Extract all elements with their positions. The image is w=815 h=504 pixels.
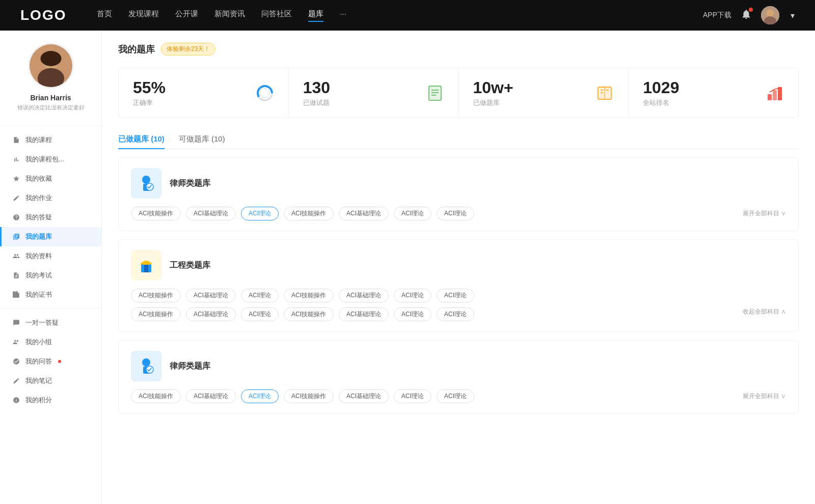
tag-item[interactable]: ACI理论 <box>394 389 431 403</box>
tag-item[interactable]: ACI理论 <box>437 207 474 220</box>
edit-icon <box>12 194 20 202</box>
tag-item[interactable]: ACI技能操作 <box>284 307 334 321</box>
tag-item[interactable]: ACI技能操作 <box>131 307 181 321</box>
stat-accuracy-info: 55% 正确率 <box>133 78 248 107</box>
sidebar-item-my-question[interactable]: 我的答疑 <box>0 208 101 227</box>
svg-rect-21 <box>768 94 772 100</box>
tag-item[interactable]: ACI技能操作 <box>131 289 181 302</box>
tag-item[interactable]: ACI基础理论 <box>186 307 236 321</box>
sidebar-item-my-note[interactable]: 我的笔记 <box>0 371 101 390</box>
tag-item[interactable]: ACI理论 <box>394 307 431 321</box>
sidebar-item-my-answer[interactable]: 我的问答 <box>0 352 101 371</box>
tag-item[interactable]: ACI理论 <box>437 289 474 302</box>
stat-done-banks-info: 10w+ 已做题库 <box>473 78 588 107</box>
navbar-nav: 首页 发现课程 公开课 新闻资讯 问答社区 题库 ··· <box>97 9 703 22</box>
sidebar-label-my-exam: 我的考试 <box>25 271 52 280</box>
sidebar-item-my-course[interactable]: 我的课程 <box>0 130 101 150</box>
navbar: LOGO 首页 发现课程 公开课 新闻资讯 问答社区 题库 ··· APP下载 … <box>0 0 815 31</box>
question-icon <box>12 213 20 221</box>
tag-item[interactable]: ACI理论 <box>241 289 279 302</box>
sidebar-divider-2 <box>0 309 101 309</box>
sidebar-item-my-exam[interactable]: 我的考试 <box>0 266 101 285</box>
lawyer2-icon <box>131 351 161 381</box>
nav-discover[interactable]: 发现课程 <box>128 9 159 22</box>
tag-item[interactable]: ACI基础理论 <box>339 289 389 302</box>
sidebar-item-my-package[interactable]: 我的课程包... <box>0 150 101 169</box>
tag-item-selected[interactable]: ACI理论 <box>241 389 279 403</box>
stat-done-questions: 130 已做试题 <box>289 68 459 118</box>
sidebar-item-my-points[interactable]: 我的积分 <box>0 390 101 410</box>
svg-point-5 <box>37 68 64 89</box>
main-layout: Brian Harris 错误的决定比没有决定要好 我的课程 我的课程包... … <box>0 31 815 504</box>
sidebar-item-my-cert[interactable]: 我的证书 <box>0 285 101 304</box>
qbank-section-lawyer: 律师类题库 ACI技能操作 ACI基础理论 ACI理论 ACI技能操作 ACI基… <box>118 157 799 231</box>
collapse-link-engineer[interactable]: 收起全部科目 ∧ <box>743 307 786 321</box>
tag-item[interactable]: ACI技能操作 <box>284 389 334 403</box>
tag-item[interactable]: ACI理论 <box>437 307 474 321</box>
qbank-title-lawyer2: 律师类题库 <box>170 361 210 372</box>
page-title: 我的题库 <box>118 43 155 55</box>
sidebar-avatar <box>28 43 74 89</box>
tag-item[interactable]: ACI基础理论 <box>186 289 236 302</box>
sidebar-label-my-cert: 我的证书 <box>25 290 52 299</box>
qbank-header-lawyer2: 律师类题库 <box>131 351 786 381</box>
stat-done-banks-value: 10w+ <box>473 78 588 97</box>
svg-rect-28 <box>144 264 148 272</box>
expand-link-lawyer2[interactable]: 展开全部科目 ∨ <box>743 392 786 401</box>
nav-more[interactable]: ··· <box>340 9 346 22</box>
sidebar-item-my-group[interactable]: 我的小组 <box>0 332 101 352</box>
nav-qa[interactable]: 问答社区 <box>261 9 292 22</box>
qbank-section-engineer: 工程类题库 ACI技能操作 ACI基础理论 ACI理论 ACI技能操作 ACI基… <box>118 239 799 332</box>
avatar-image <box>30 44 72 87</box>
nav-open-course[interactable]: 公开课 <box>175 9 198 22</box>
tag-item[interactable]: ACI理论 <box>437 389 474 403</box>
lawyer-icon <box>131 168 161 199</box>
main-content: 我的题库 体验剩余23天！ 55% 正确率 <box>102 31 815 504</box>
user-motto: 错误的决定比没有决定要好 <box>8 104 93 111</box>
tag-item[interactable]: ACI技能操作 <box>131 207 181 220</box>
tag-item[interactable]: ACI技能操作 <box>131 389 181 403</box>
stat-accuracy-label: 正确率 <box>133 98 248 107</box>
stat-accuracy-value: 55% <box>133 78 248 97</box>
app-download[interactable]: APP下载 <box>703 11 731 20</box>
user-avatar[interactable] <box>761 6 779 24</box>
trial-badge[interactable]: 体验剩余23天！ <box>161 43 215 55</box>
nav-news[interactable]: 新闻资讯 <box>214 9 245 22</box>
sidebar-label-my-question: 我的答疑 <box>25 213 52 222</box>
svg-point-30 <box>142 358 150 367</box>
sidebar-item-my-homework[interactable]: 我的作业 <box>0 188 101 208</box>
tag-item[interactable]: ACI理论 <box>241 307 279 321</box>
sidebar-label-my-homework: 我的作业 <box>25 193 52 203</box>
sidebar-label-my-info: 我的资料 <box>25 251 52 261</box>
nav-bank[interactable]: 题库 <box>308 9 323 22</box>
sidebar-item-my-bank[interactable]: 我的题库 <box>0 227 101 246</box>
tag-item[interactable]: ACI技能操作 <box>284 207 334 220</box>
stat-done-questions-info: 130 已做试题 <box>303 78 418 107</box>
user-dropdown-chevron[interactable]: ▾ <box>791 11 795 20</box>
tag-item[interactable]: ACI理论 <box>394 289 431 302</box>
tag-item-selected[interactable]: ACI理论 <box>241 207 279 220</box>
tag-item[interactable]: ACI基础理论 <box>339 207 389 220</box>
nav-home[interactable]: 首页 <box>97 9 112 22</box>
sidebar-item-my-collect[interactable]: 我的收藏 <box>0 169 101 188</box>
tag-item[interactable]: ACI理论 <box>394 207 431 220</box>
bell-dot <box>749 8 753 12</box>
tab-done-banks[interactable]: 已做题库 (10) <box>118 130 165 149</box>
sidebar-label-my-group: 我的小组 <box>25 338 52 347</box>
tag-item[interactable]: ACI基础理论 <box>186 389 236 403</box>
svg-point-24 <box>142 176 150 184</box>
expand-link-lawyer[interactable]: 展开全部科目 ∨ <box>743 209 786 218</box>
qbank-tags-engineer-row2: ACI技能操作 ACI基础理论 ACI理论 ACI技能操作 ACI基础理论 AC… <box>131 307 786 321</box>
sidebar-item-my-info[interactable]: 我的资料 <box>0 246 101 266</box>
logo[interactable]: LOGO <box>20 7 66 23</box>
chat-icon <box>12 319 20 327</box>
tag-item[interactable]: ACI基础理论 <box>339 389 389 403</box>
tag-item[interactable]: ACI技能操作 <box>284 289 334 302</box>
tag-item[interactable]: ACI基础理论 <box>339 307 389 321</box>
tag-item[interactable]: ACI基础理论 <box>186 207 236 220</box>
tab-available-banks[interactable]: 可做题库 (10) <box>179 130 225 149</box>
note-green-icon <box>426 84 444 102</box>
sidebar-item-one-on-one[interactable]: 一对一答疑 <box>0 313 101 332</box>
bell-button[interactable] <box>741 9 752 22</box>
note-icon <box>12 377 20 385</box>
